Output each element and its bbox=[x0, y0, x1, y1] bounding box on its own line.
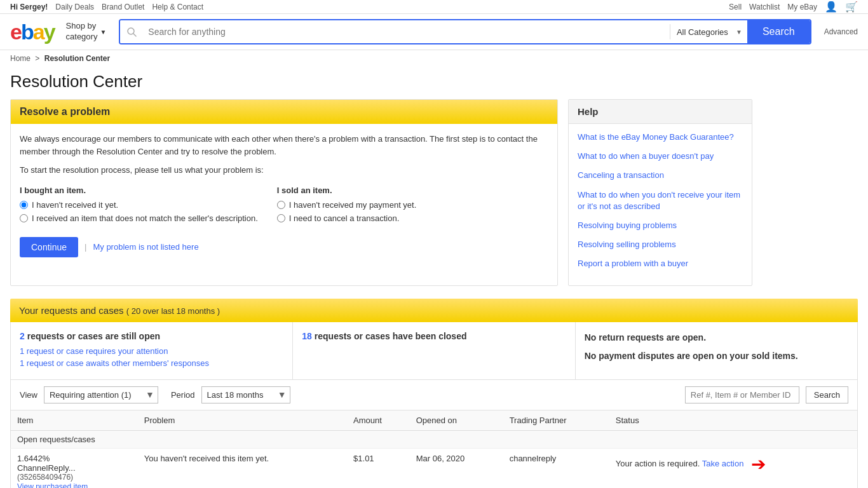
search-bar: All Categories ▼ Search bbox=[119, 19, 811, 44]
bought-option-2[interactable]: I received an item that does not match t… bbox=[20, 214, 258, 223]
help-link-5[interactable]: Resolving selling problems bbox=[578, 239, 743, 250]
amount-cell: $1.01 bbox=[347, 448, 410, 488]
resolve-header: Resolve a problem bbox=[11, 100, 557, 124]
category-select[interactable]: All Categories bbox=[670, 27, 747, 37]
help-contact-link[interactable]: Help & Contact bbox=[152, 3, 203, 11]
help-body: What is the eBay Money Back Guarantee? W… bbox=[569, 124, 752, 285]
help-link-0[interactable]: What is the eBay Money Back Guarantee? bbox=[578, 132, 743, 143]
no-return-stat: No return requests are open. No payment … bbox=[576, 322, 857, 379]
closed-label: requests or cases have been closed bbox=[315, 331, 467, 341]
open-count[interactable]: 2 bbox=[20, 331, 25, 341]
shop-category-label: Shop bycategory bbox=[66, 21, 98, 43]
col-problem: Problem bbox=[138, 410, 347, 431]
red-arrow-icon: ➔ bbox=[751, 454, 766, 475]
filter-row: View Requiring attention (1) ▼ Period La… bbox=[10, 380, 858, 410]
problem-columns: I bought an item. I haven't received it … bbox=[20, 186, 548, 227]
logo-e: e bbox=[10, 20, 21, 44]
cases-header-prefix: Your requests and cases bbox=[19, 305, 124, 316]
search-icon bbox=[120, 20, 143, 43]
open-cases-group-row: Open requests/cases bbox=[11, 430, 858, 448]
resolve-problem-box: Resolve a problem We always encourage ou… bbox=[10, 99, 558, 286]
cases-section: Your requests and cases ( 20 over last 1… bbox=[10, 299, 858, 489]
help-link-3[interactable]: What to do when you don't receive your i… bbox=[578, 189, 743, 212]
cart-icon[interactable]: 🛒 bbox=[845, 1, 858, 13]
help-link-1[interactable]: What to do when a buyer doesn't pay bbox=[578, 151, 743, 162]
page-title: Resolution Center bbox=[0, 67, 868, 99]
help-link-6[interactable]: Report a problem with a buyer bbox=[578, 258, 743, 269]
radio-not-received[interactable] bbox=[20, 201, 28, 209]
ebay-logo[interactable]: ebay bbox=[10, 21, 55, 43]
pipe-separator: | bbox=[85, 242, 86, 252]
col-item: Item bbox=[11, 410, 138, 431]
shop-category-button[interactable]: Shop bycategory ▼ bbox=[66, 21, 107, 43]
cases-search-button[interactable]: Search bbox=[806, 386, 848, 403]
sold-option-2[interactable]: I need to cancel a transaction. bbox=[277, 214, 416, 223]
radio-not-matching[interactable] bbox=[20, 214, 28, 222]
resolve-text-1: We always encourage our members to commu… bbox=[20, 133, 548, 158]
cases-stats: 2 requests or cases are still open 1 req… bbox=[10, 322, 858, 380]
bought-option-1[interactable]: I haven't received it yet. bbox=[20, 200, 258, 210]
search-input[interactable] bbox=[143, 20, 670, 43]
item-sub: ChannelReply... bbox=[17, 463, 132, 473]
open-cases-heading: 2 requests or cases are still open bbox=[20, 331, 283, 341]
brand-outlet-link[interactable]: Brand Outlet bbox=[102, 3, 144, 11]
col-partner: Trading Partner bbox=[503, 410, 609, 431]
daily-deals-link[interactable]: Daily Deals bbox=[55, 3, 94, 11]
not-listed-link[interactable]: My problem is not listed here bbox=[93, 242, 198, 252]
resolve-text-2: To start the resolution process, please … bbox=[20, 164, 548, 177]
opened-cell: Mar 06, 2020 bbox=[410, 448, 503, 488]
bought-option-1-label: I haven't received it yet. bbox=[32, 200, 118, 210]
continue-button[interactable]: Continue bbox=[20, 237, 78, 257]
open-cases-stat: 2 requests or cases are still open 1 req… bbox=[11, 322, 293, 379]
cases-header-detail: ( 20 over last 18 months ) bbox=[126, 306, 220, 316]
advanced-search-link[interactable]: Advanced bbox=[824, 27, 858, 36]
search-button[interactable]: Search bbox=[747, 20, 810, 43]
status-cell: Your action is required. Take action ➔ bbox=[609, 448, 858, 488]
ref-input[interactable] bbox=[685, 386, 799, 403]
sell-link[interactable]: Sell bbox=[729, 3, 742, 11]
col-opened: Opened on bbox=[410, 410, 503, 431]
help-link-2[interactable]: Canceling a transaction bbox=[578, 170, 743, 181]
bought-col: I bought an item. I haven't received it … bbox=[20, 186, 258, 227]
closed-cases-heading: 18 requests or cases have been closed bbox=[302, 331, 566, 341]
main-content: Resolve a problem We always encourage ou… bbox=[0, 99, 763, 286]
take-action-link[interactable]: Take action bbox=[702, 458, 744, 468]
radio-cancel[interactable] bbox=[277, 214, 285, 222]
col-amount: Amount bbox=[347, 410, 410, 431]
view-select[interactable]: Requiring attention (1) bbox=[44, 386, 158, 403]
breadcrumb-home[interactable]: Home bbox=[10, 54, 31, 63]
sold-header: I sold an item. bbox=[277, 186, 416, 195]
period-select[interactable]: Last 18 months bbox=[201, 386, 290, 403]
resolve-body: We always encourage our members to commu… bbox=[11, 124, 557, 266]
bought-option-2-label: I received an item that does not match t… bbox=[32, 214, 258, 223]
view-item-link[interactable]: View purchased item bbox=[17, 482, 88, 489]
partner-cell: channelreply bbox=[503, 448, 609, 488]
help-link-4[interactable]: Resolving buying problems bbox=[578, 220, 743, 231]
radio-no-payment[interactable] bbox=[277, 201, 285, 209]
sold-option-2-label: I need to cancel a transaction. bbox=[289, 214, 399, 223]
my-ebay-link[interactable]: My eBay bbox=[787, 3, 817, 11]
logo-y: y bbox=[44, 20, 55, 44]
no-payment-text: No payment disputes are open on your sol… bbox=[585, 349, 848, 363]
closed-count[interactable]: 18 bbox=[302, 331, 312, 341]
user-greeting: Hi Sergey! bbox=[10, 3, 48, 11]
open-cases-group-label: Open requests/cases bbox=[11, 430, 858, 448]
open-label: requests or cases are still open bbox=[27, 331, 160, 341]
watchlist-link[interactable]: Watchlist bbox=[749, 3, 780, 11]
cases-header: Your requests and cases ( 20 over last 1… bbox=[10, 299, 858, 322]
sold-option-1[interactable]: I haven't received my payment yet. bbox=[277, 200, 416, 210]
col-status: Status bbox=[609, 410, 858, 431]
logo-a: a bbox=[33, 20, 44, 44]
top-nav: Hi Sergey! Daily Deals Brand Outlet Help… bbox=[0, 0, 868, 14]
closed-cases-stat: 18 requests or cases have been closed bbox=[293, 322, 575, 379]
breadcrumb-separator: > bbox=[35, 54, 39, 63]
open-link-0[interactable]: 1 request or case requires your attentio… bbox=[20, 346, 283, 356]
shop-category-chevron-icon: ▼ bbox=[100, 29, 106, 36]
period-label: Period bbox=[171, 390, 195, 400]
item-title: 1.6442% bbox=[17, 454, 132, 463]
period-select-wrap: Last 18 months ▼ bbox=[201, 386, 290, 403]
table-row: 1.6442% ChannelReply... (352658409476) V… bbox=[11, 448, 858, 488]
sold-option-1-label: I haven't received my payment yet. bbox=[289, 200, 416, 210]
open-link-1[interactable]: 1 request or case awaits other members' … bbox=[20, 358, 283, 368]
header: ebay Shop bycategory ▼ All Categories ▼ … bbox=[0, 14, 868, 50]
